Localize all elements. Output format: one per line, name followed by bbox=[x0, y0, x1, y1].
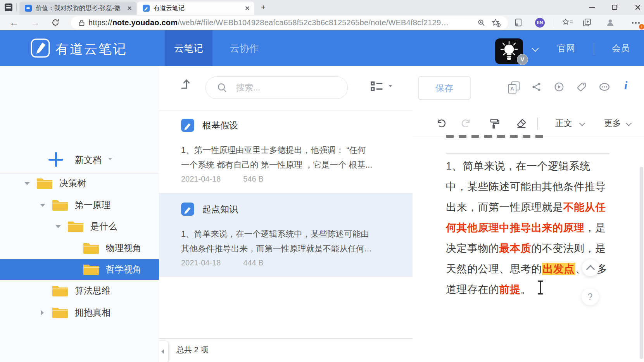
more-options-icon[interactable] bbox=[599, 81, 609, 92]
text-cursor bbox=[538, 281, 543, 294]
note-title: 根基假设 bbox=[202, 120, 238, 132]
tab-favicon bbox=[143, 5, 150, 12]
minimize-button[interactable] bbox=[583, 0, 601, 15]
sidebar-folder-zhexueshijiao-selected[interactable]: 哲学视角 bbox=[0, 259, 159, 280]
note-date: 2021-04-18 bbox=[181, 175, 221, 183]
nav-tab-notes[interactable]: 云笔记 bbox=[165, 30, 212, 66]
note-preview-line2: 一个系统 都有自己的 第一性原理 ，它是一个 根基... bbox=[181, 159, 387, 170]
note-content[interactable]: 1、简单来说，在一个逻辑系统 中，某些陈述可能由其他条件推导 出来，而第一性原理… bbox=[446, 156, 628, 300]
divider bbox=[537, 117, 538, 130]
caret-down-icon[interactable] bbox=[55, 225, 61, 228]
nav-tab-collab[interactable]: 云协作 bbox=[223, 30, 266, 66]
content-line: 天然的公理、思考的出发点、许多 bbox=[446, 259, 628, 279]
format-painter-icon[interactable] bbox=[489, 118, 500, 129]
editor-top-toolbar: 保存 A i bbox=[413, 66, 644, 111]
sidebar-folder-shishenme[interactable]: 是什么 bbox=[0, 216, 159, 237]
chevron-down-icon[interactable] bbox=[108, 158, 112, 160]
sidebar-folder-suanfasiwei[interactable]: 算法思维 bbox=[0, 281, 159, 301]
favorites-bar-icon[interactable] bbox=[562, 19, 573, 26]
sidebar-folder-diyiyuanli[interactable]: 第一原理 bbox=[0, 195, 159, 215]
sidebar-folder-yongbaozhenxiang[interactable]: 拥抱真相 bbox=[0, 302, 159, 323]
forward-icon: → bbox=[31, 17, 40, 28]
content-line: 决定事物的最本质的不变法则，是 bbox=[446, 238, 628, 259]
reading-list-icon[interactable] bbox=[514, 18, 523, 27]
sidebar-folder-wulishijiao[interactable]: 物理视角 bbox=[0, 238, 159, 258]
help-button[interactable]: ? bbox=[582, 288, 599, 305]
back-icon[interactable]: ← bbox=[9, 17, 19, 28]
note-icon bbox=[181, 203, 194, 216]
content-line: 1、简单来说，在一个逻辑系统 bbox=[446, 156, 628, 177]
note-list-item-2-selected[interactable]: 起点知识 1、简单来说，在一个逻辑系统中，某些陈述可能由 其他条件推导出来，而第… bbox=[159, 193, 413, 277]
view-switch-icon[interactable] bbox=[369, 79, 385, 94]
folder-icon bbox=[83, 263, 100, 275]
app-title: 有道云笔记 bbox=[55, 40, 127, 58]
browser-tab-1[interactable]: 价值：我对投资的思考-张磊-微… bbox=[19, 2, 136, 15]
browser-window: 价值：我对投资的思考-张磊-微… 有道云笔记 + ← → https://not… bbox=[0, 0, 644, 362]
eraser-icon[interactable] bbox=[516, 118, 527, 129]
share-icon[interactable] bbox=[531, 81, 542, 92]
note-preview-line1: 1、第一性原理由亚里士多德提出，他强调： “任何 bbox=[181, 144, 387, 156]
address-bar[interactable]: https://note.youdao.com/web/#/file/WEBb1… bbox=[71, 16, 508, 29]
search-input[interactable] bbox=[235, 80, 342, 95]
zoom-icon[interactable] bbox=[477, 19, 485, 27]
membership-link[interactable]: 会员 bbox=[612, 30, 630, 66]
browser-tab-strip: 价值：我对投资的思考-张磊-微… 有道云笔记 + bbox=[0, 0, 644, 15]
profile-icon[interactable] bbox=[606, 18, 615, 27]
browser-tab-2[interactable]: 有道云笔记 bbox=[137, 2, 254, 15]
divider bbox=[159, 338, 413, 339]
restore-button[interactable] bbox=[606, 0, 623, 15]
horizontal-rule bbox=[446, 153, 609, 154]
add-favorite-icon[interactable] bbox=[492, 19, 501, 27]
plus-icon bbox=[48, 152, 63, 167]
note-meta: 2021-04-18444 B bbox=[181, 258, 264, 267]
folder-icon bbox=[52, 285, 69, 297]
tag-icon[interactable] bbox=[576, 81, 587, 92]
refresh-icon[interactable] bbox=[51, 18, 60, 27]
content-line: 中，某些陈述可能由其他条件推导 bbox=[446, 177, 628, 197]
undo-icon[interactable] bbox=[435, 118, 446, 129]
collapse-panel-handle[interactable] bbox=[159, 341, 169, 362]
paragraph-style-dropdown[interactable]: 正文 bbox=[555, 110, 572, 137]
url-text[interactable]: https://note.youdao.com/web/#/file/WEBb1… bbox=[88, 18, 477, 27]
search-box[interactable] bbox=[205, 76, 348, 99]
collections-icon[interactable] bbox=[582, 18, 592, 27]
new-document-button[interactable]: 新文档 bbox=[48, 152, 114, 168]
back-to-top-button[interactable] bbox=[582, 259, 599, 276]
folder-sidebar: 新文档 决策树 第一原理 是什么 物理视角 哲学视角 bbox=[0, 66, 159, 362]
chevron-left-icon bbox=[161, 349, 164, 354]
history-play-icon[interactable] bbox=[554, 81, 565, 92]
youdao-logo-icon[interactable] bbox=[30, 38, 50, 58]
official-site-link[interactable]: 官网 bbox=[557, 30, 575, 66]
caret-right-icon[interactable] bbox=[41, 310, 44, 315]
tab-close-icon[interactable] bbox=[127, 6, 132, 10]
language-badge[interactable]: EN bbox=[535, 18, 545, 28]
save-button[interactable]: 保存 bbox=[418, 76, 471, 100]
folder-icon bbox=[83, 242, 100, 254]
more-format-dropdown[interactable]: 更多 bbox=[604, 110, 621, 137]
list-toolbar bbox=[159, 66, 413, 111]
browser-menu-icon[interactable] bbox=[5, 3, 12, 11]
folder-icon bbox=[36, 177, 53, 189]
note-date: 2021-04-18 bbox=[181, 258, 221, 267]
sidebar-folder-juecheshu[interactable]: 决策树 bbox=[0, 173, 159, 194]
tab-favicon bbox=[25, 5, 32, 12]
close-button[interactable] bbox=[629, 0, 644, 15]
divider bbox=[159, 277, 413, 277]
new-tab-button[interactable]: + bbox=[259, 3, 268, 12]
upload-icon[interactable] bbox=[179, 76, 194, 91]
editor-scrollbar[interactable] bbox=[640, 167, 643, 359]
editor-panel: 保存 A i bbox=[413, 66, 644, 362]
chevron-down-icon[interactable] bbox=[389, 85, 392, 87]
tab-title: 价值：我对投资的思考-张磊-微… bbox=[36, 4, 121, 12]
vip-badge: V bbox=[517, 54, 528, 65]
divider bbox=[16, 3, 17, 11]
note-list-item-1[interactable]: 根基假设 1、第一性原理由亚里士多德提出，他强调： “任何 一个系统 都有自己的… bbox=[159, 110, 413, 193]
tab-title: 有道云笔记 bbox=[154, 4, 185, 12]
new-document-label: 新文档 bbox=[75, 154, 102, 166]
caret-down-icon[interactable] bbox=[24, 182, 30, 185]
info-icon[interactable]: i bbox=[624, 79, 627, 92]
redo-icon bbox=[461, 118, 472, 129]
tab-close-icon[interactable] bbox=[245, 6, 250, 10]
note-list-panel: 根基假设 1、第一性原理由亚里士多德提出，他强调： “任何 一个系统 都有自己的… bbox=[159, 66, 413, 362]
caret-down-icon[interactable] bbox=[40, 204, 45, 207]
